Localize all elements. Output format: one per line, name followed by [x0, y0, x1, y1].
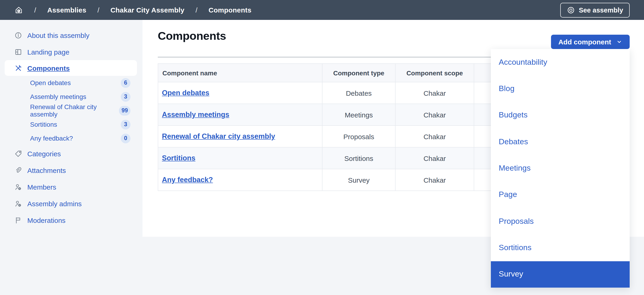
count-badge: 6: [121, 78, 130, 88]
home-icon[interactable]: [14, 5, 23, 14]
component-link-any-feedback[interactable]: Any feedback?: [162, 176, 213, 184]
flag-icon: [14, 216, 22, 224]
sidebar-item-landing-page[interactable]: Landing page: [0, 43, 142, 60]
count-badge: 3: [121, 120, 130, 129]
topbar: / Assemblies / Chakar City Assembly / Co…: [0, 0, 644, 20]
sidebar-item-label: Landing page: [27, 48, 70, 56]
dropdown-item-budgets[interactable]: Budgets: [491, 102, 630, 129]
subitem-label: Sortitions: [30, 121, 57, 128]
breadcrumb-assemblies[interactable]: Assemblies: [47, 6, 86, 14]
sidebar-item-label: Categories: [27, 150, 61, 157]
component-link-assembly-meetings[interactable]: Assembly meetings: [162, 110, 229, 118]
user-gear-icon: [14, 200, 22, 207]
subitem-label: Any feedback?: [30, 135, 73, 142]
component-type-cell: Survey: [322, 169, 395, 191]
sidebar-item-assembly-admins[interactable]: Assembly admins: [0, 195, 142, 212]
component-type-cell: Meetings: [322, 104, 395, 126]
breadcrumb-separator: /: [34, 6, 36, 14]
sidebar-item-about-assembly[interactable]: About this assembly: [0, 27, 142, 43]
sidebar-item-label: Members: [27, 183, 56, 191]
component-scope-cell: Chakar: [395, 126, 474, 147]
layout-grid-icon: [14, 48, 22, 56]
sidebar-item-categories[interactable]: Categories: [0, 145, 142, 162]
dropdown-item-blog[interactable]: Blog: [491, 76, 630, 102]
dropdown-item-debates[interactable]: Debates: [491, 129, 630, 155]
dropdown-item-page[interactable]: Page: [491, 182, 630, 208]
dropdown-item-meetings[interactable]: Meetings: [491, 155, 630, 182]
subitem-label: Open debates: [30, 79, 71, 86]
see-assembly-button[interactable]: See assembly: [560, 2, 630, 17]
breadcrumb-components[interactable]: Components: [209, 6, 252, 14]
component-link-open-debates[interactable]: Open debates: [162, 89, 209, 97]
count-badge: 0: [121, 133, 130, 143]
tag-icon: [14, 150, 22, 157]
sidebar-item-attachments[interactable]: Attachments: [0, 162, 142, 179]
sidebar-item-label: Components: [27, 64, 70, 72]
count-badge: 99: [119, 106, 130, 115]
breadcrumb-separator: /: [196, 6, 197, 14]
sidebar-item-label: Assembly admins: [27, 200, 82, 207]
user-gear-icon: [14, 183, 22, 191]
dropdown-item-accountability[interactable]: Accountability: [491, 49, 630, 76]
paperclip-icon: [14, 166, 22, 174]
assembly-admin-app: / Assemblies / Chakar City Assembly / Co…: [0, 0, 644, 295]
component-type-cell: Debates: [322, 82, 395, 104]
component-link-sortitions[interactable]: Sortitions: [162, 154, 196, 162]
component-scope-cell: Chakar: [395, 147, 474, 169]
component-scope-cell: Chakar: [395, 169, 474, 191]
subitem-label: Assembly meetings: [30, 93, 86, 100]
component-link-renewal-of-chakar-city-assembly[interactable]: Renewal of Chakar city assembly: [162, 132, 275, 140]
sidebar-subitem-open-debates[interactable]: Open debates 6: [0, 76, 142, 90]
sidebar-item-label: About this assembly: [27, 31, 89, 39]
dropdown-item-proposals[interactable]: Proposals: [491, 208, 630, 235]
sidebar-subitem-renewal-of-chakar-city-assembly[interactable]: Renewal of Chakar city assembly 99: [0, 104, 142, 117]
count-badge: 3: [121, 92, 130, 101]
sidebar-subitem-assembly-meetings[interactable]: Assembly meetings 3: [0, 90, 142, 104]
breadcrumb-chakar-city-assembly[interactable]: Chakar City Assembly: [110, 6, 184, 14]
sidebar-subitem-sortitions[interactable]: Sortitions 3: [0, 117, 142, 131]
page-title: Components: [158, 29, 226, 42]
add-component-dropdown: Accountability Blog Budgets Debates Meet…: [491, 49, 630, 288]
info-icon: [14, 31, 22, 39]
add-component-button[interactable]: Add component: [551, 35, 630, 49]
breadcrumb-separator: /: [98, 6, 99, 14]
dropdown-item-sortitions[interactable]: Sortitions: [491, 235, 630, 261]
component-type-cell: Proposals: [322, 126, 395, 147]
eye-icon: [567, 6, 575, 14]
tools-icon: [14, 64, 22, 72]
component-scope-cell: Chakar: [395, 82, 474, 104]
see-assembly-label: See assembly: [579, 6, 623, 14]
subitem-label: Renewal of Chakar city assembly: [30, 103, 119, 118]
column-header-component-type: Component type: [322, 64, 395, 82]
sidebar: About this assembly Landing page Compone…: [0, 20, 142, 295]
sidebar-item-label: Attachments: [27, 166, 66, 174]
component-type-cell: Sortitions: [322, 147, 395, 169]
sidebar-item-moderations[interactable]: Moderations: [0, 212, 142, 228]
column-header-component-name: Component name: [158, 64, 322, 82]
sidebar-item-members[interactable]: Members: [0, 179, 142, 195]
component-scope-cell: Chakar: [395, 104, 474, 126]
column-header-component-scope: Component scope: [395, 64, 474, 82]
sidebar-item-components[interactable]: Components: [5, 60, 137, 76]
sidebar-item-label: Moderations: [27, 216, 66, 224]
dropdown-item-survey[interactable]: Survey: [491, 261, 630, 288]
add-component-label: Add component: [558, 38, 611, 46]
sidebar-subitem-any-feedback[interactable]: Any feedback? 0: [0, 131, 142, 145]
chevron-down-icon: [616, 39, 622, 45]
